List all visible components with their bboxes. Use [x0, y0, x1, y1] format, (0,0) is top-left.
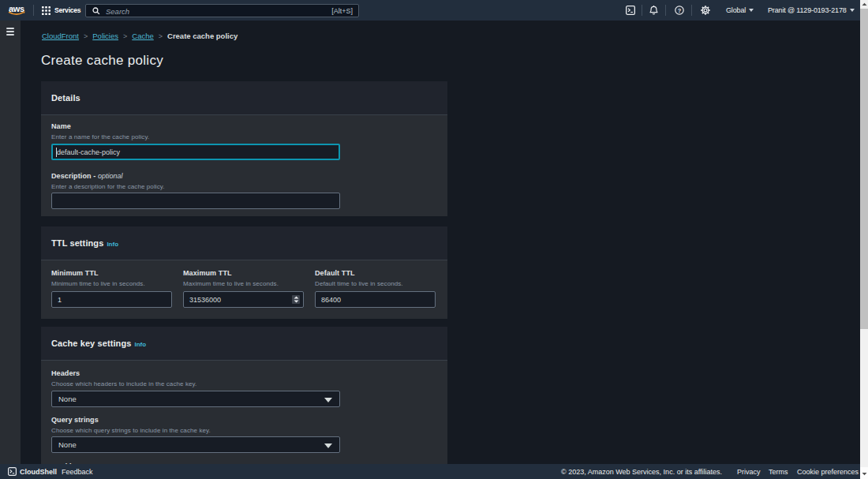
svg-text:?: ? — [678, 7, 682, 14]
